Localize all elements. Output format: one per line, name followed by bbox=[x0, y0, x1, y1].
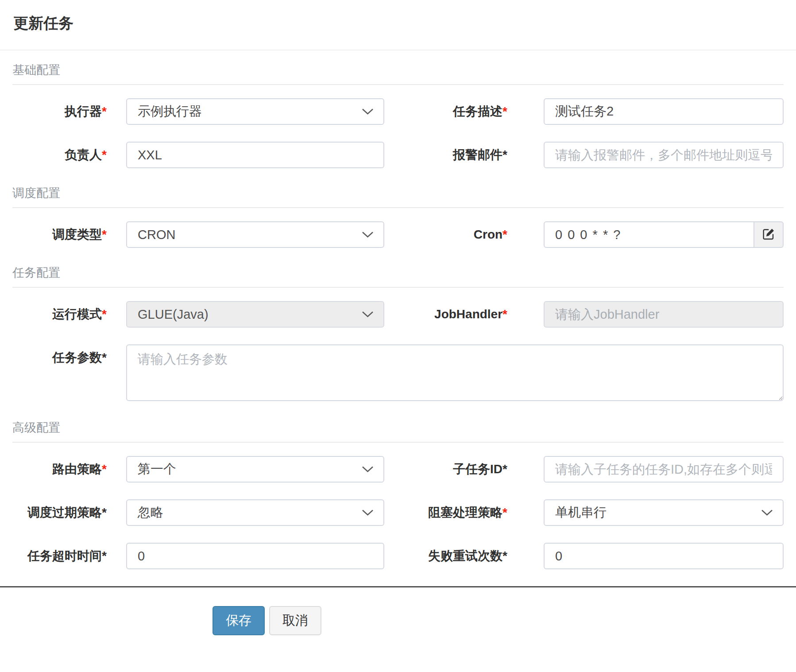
fail-retry-label: 失败重试次数* bbox=[384, 543, 544, 569]
schedule-type-label: 调度类型* bbox=[12, 221, 126, 248]
section-title-task: 任务配置 bbox=[12, 265, 784, 288]
cron-edit-button[interactable] bbox=[754, 221, 784, 248]
author-label: 负责人* bbox=[12, 142, 126, 168]
label-asterisk: * bbox=[102, 506, 107, 519]
glue-type-select[interactable]: GLUE(Java) bbox=[126, 301, 384, 328]
required-asterisk: * bbox=[502, 506, 507, 519]
job-handler-input[interactable] bbox=[544, 301, 784, 328]
chevron-down-icon bbox=[362, 231, 374, 238]
block-strategy-select-value: 单机串行 bbox=[555, 504, 607, 521]
label-asterisk: * bbox=[502, 549, 507, 563]
job-param-label: 任务参数* bbox=[12, 344, 126, 371]
misfire-strategy-select[interactable]: 忽略 bbox=[126, 499, 384, 526]
section-title-schedule: 调度配置 bbox=[12, 185, 784, 208]
form-row: 任务超时时间* 失败重试次数* bbox=[12, 543, 784, 569]
executor-select-value: 示例执行器 bbox=[138, 103, 202, 120]
route-strategy-label: 路由策略* bbox=[12, 456, 126, 483]
route-strategy-select-value: 第一个 bbox=[138, 460, 176, 478]
route-strategy-select[interactable]: 第一个 bbox=[126, 456, 384, 483]
job-handler-label: JobHandler* bbox=[384, 301, 544, 328]
edit-icon bbox=[761, 227, 776, 243]
child-jobid-input[interactable] bbox=[544, 456, 784, 483]
alarm-email-label: 报警邮件* bbox=[384, 142, 544, 168]
section-title-advanced: 高级配置 bbox=[12, 420, 784, 443]
section-title-basic: 基础配置 bbox=[12, 62, 784, 85]
cron-input-group bbox=[544, 221, 784, 248]
misfire-strategy-label: 调度过期策略* bbox=[12, 499, 126, 526]
timeout-label: 任务超时时间* bbox=[12, 543, 126, 569]
schedule-type-select-value: CRON bbox=[138, 228, 175, 242]
alarm-email-input[interactable] bbox=[544, 142, 784, 168]
fail-retry-input[interactable] bbox=[544, 543, 784, 569]
form-row: 运行模式* GLUE(Java) JobHandler* bbox=[12, 301, 784, 328]
required-asterisk: * bbox=[102, 307, 107, 321]
timeout-input[interactable] bbox=[126, 543, 384, 569]
label-asterisk: * bbox=[102, 351, 107, 364]
page-header: 更新任务 bbox=[0, 0, 796, 34]
cron-label: Cron* bbox=[384, 221, 544, 248]
misfire-strategy-select-value: 忽略 bbox=[138, 504, 163, 521]
cancel-button[interactable]: 取消 bbox=[269, 606, 321, 635]
child-jobid-label: 子任务ID* bbox=[384, 456, 544, 483]
save-button[interactable]: 保存 bbox=[213, 606, 265, 635]
required-asterisk: * bbox=[502, 228, 507, 241]
required-asterisk: * bbox=[102, 148, 107, 162]
form-footer: 保存 取消 bbox=[0, 587, 796, 657]
chevron-down-icon bbox=[362, 466, 374, 473]
executor-label: 执行器* bbox=[12, 98, 126, 125]
executor-select[interactable]: 示例执行器 bbox=[126, 98, 384, 125]
job-desc-label: 任务描述* bbox=[384, 98, 544, 125]
glue-type-select-value: GLUE(Java) bbox=[138, 307, 209, 322]
required-asterisk: * bbox=[102, 462, 107, 476]
form-row: 执行器* 示例执行器 任务描述* bbox=[12, 98, 784, 125]
job-desc-input[interactable] bbox=[544, 98, 784, 125]
section-schedule: 调度配置 调度类型* CRON Cron* bbox=[12, 185, 784, 248]
required-asterisk: * bbox=[102, 104, 107, 118]
required-asterisk: * bbox=[502, 307, 507, 321]
required-asterisk: * bbox=[102, 228, 107, 241]
form-row: 调度过期策略* 忽略 阻塞处理策略* 单机串行 bbox=[12, 499, 784, 526]
label-asterisk: * bbox=[502, 148, 507, 162]
label-asterisk: * bbox=[102, 549, 107, 563]
section-advanced: 高级配置 路由策略* 第一个 子任务ID* 调度 bbox=[12, 420, 784, 569]
form-row: 路由策略* 第一个 子任务ID* bbox=[12, 456, 784, 483]
block-strategy-select[interactable]: 单机串行 bbox=[544, 499, 784, 526]
job-param-textarea[interactable] bbox=[126, 344, 784, 401]
chevron-down-icon bbox=[362, 311, 374, 318]
form-row: 调度类型* CRON Cron* bbox=[12, 221, 784, 248]
required-asterisk: * bbox=[502, 104, 507, 118]
page-title: 更新任务 bbox=[13, 13, 783, 34]
block-strategy-label: 阻塞处理策略* bbox=[384, 499, 544, 526]
form-row: 任务参数* bbox=[12, 344, 784, 403]
section-basic: 基础配置 执行器* 示例执行器 任务描述* 负责 bbox=[12, 62, 784, 168]
schedule-type-select[interactable]: CRON bbox=[126, 221, 384, 248]
form-row: 负责人* 报警邮件* bbox=[12, 142, 784, 168]
update-job-form: 基础配置 执行器* 示例执行器 任务描述* 负责 bbox=[0, 62, 796, 569]
section-task: 任务配置 运行模式* GLUE(Java) JobHandler* bbox=[12, 265, 784, 403]
chevron-down-icon bbox=[362, 108, 374, 115]
label-asterisk: * bbox=[502, 462, 507, 476]
header-divider bbox=[0, 50, 796, 50]
chevron-down-icon bbox=[362, 509, 374, 516]
author-input[interactable] bbox=[126, 142, 384, 168]
chevron-down-icon bbox=[761, 509, 773, 516]
cron-input[interactable] bbox=[544, 221, 754, 248]
glue-type-label: 运行模式* bbox=[12, 301, 126, 328]
